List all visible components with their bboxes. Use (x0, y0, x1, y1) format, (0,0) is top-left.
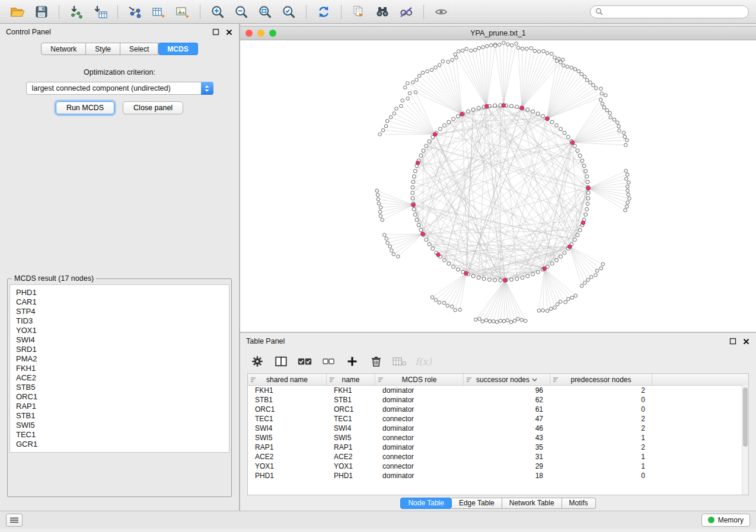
tab-node-table[interactable]: Node Table (400, 498, 452, 509)
float-panel-icon[interactable] (729, 337, 737, 345)
mcds-result-item[interactable]: TEC1 (10, 430, 229, 440)
column-header-predecessor-nodes[interactable]: predecessor nodes (550, 374, 652, 385)
close-panel-icon[interactable] (742, 337, 750, 345)
copy-share-document-icon[interactable] (348, 3, 369, 21)
add-row-icon[interactable] (343, 353, 361, 370)
share-network-icon[interactable] (125, 3, 146, 21)
search-objects-icon[interactable] (372, 3, 393, 21)
dropdown-stepper-icon (201, 82, 213, 95)
float-panel-icon[interactable] (212, 28, 220, 36)
network-canvas[interactable] (240, 40, 756, 332)
mcds-result-item[interactable]: RAP1 (10, 402, 229, 411)
panel-selector-icon[interactable] (6, 514, 23, 527)
table-scrollbar[interactable] (742, 385, 748, 495)
show-columns-icon[interactable] (272, 353, 290, 370)
table-cell: SWI5 (327, 434, 375, 442)
optimization-criterion-select[interactable]: largest connected component (undirected) (26, 82, 213, 95)
table-row[interactable]: ORC1ORC1dominator610 (248, 405, 748, 414)
zoom-fit-icon[interactable] (254, 3, 276, 21)
mcds-result-list[interactable]: PHD1CAR1STP4TID3YOX1SWI4SRD1PMA2FKH1ACE2… (9, 284, 229, 453)
table-row[interactable]: SWI4SWI4dominator462 (248, 424, 748, 433)
mcds-result-item[interactable]: SWI4 (10, 335, 229, 345)
mcds-result-item[interactable]: STB5 (10, 383, 229, 392)
run-mcds-button[interactable]: Run MCDS (56, 101, 114, 114)
mcds-result-item[interactable]: PMA2 (10, 354, 229, 364)
tab-network-table[interactable]: Network Table (502, 498, 562, 509)
table-cell: 2 (550, 415, 652, 423)
mcds-result-item[interactable]: ORC1 (10, 392, 229, 402)
network-graph[interactable] (240, 40, 756, 332)
deselect-all-rows-icon[interactable] (320, 353, 337, 370)
table-cell: YOX1 (327, 462, 375, 470)
control-panel-header: Control Panel (0, 24, 239, 40)
table-cell: 2 (550, 424, 652, 432)
hide-selected-icon[interactable] (395, 3, 417, 21)
search-box[interactable] (590, 5, 749, 18)
table-panel-title: Table Panel (246, 337, 285, 345)
import-table-file-icon[interactable] (90, 3, 111, 21)
tab-style[interactable]: Style (86, 43, 120, 55)
mcds-result-item[interactable]: ACE2 (10, 373, 229, 383)
table-row[interactable]: TEC1TEC1connector472 (248, 414, 748, 424)
mcds-result-item[interactable]: TID3 (10, 316, 229, 326)
memory-button[interactable]: Memory (701, 514, 750, 527)
mcds-result-item[interactable]: SWI5 (10, 421, 229, 430)
table-settings-gear-icon[interactable] (248, 353, 266, 370)
open-folder-icon[interactable] (7, 3, 28, 21)
table-cell: dominator (375, 396, 464, 404)
delete-rows-icon[interactable] (367, 353, 385, 370)
column-header-label: successor nodes (476, 376, 529, 384)
mcds-result-item[interactable]: PHD1 (10, 288, 229, 297)
scrollbar-thumb[interactable] (743, 387, 748, 447)
table-row[interactable]: ACE2ACE2connector311 (248, 452, 748, 462)
column-header-shared-name[interactable]: shared name (248, 374, 327, 385)
table-cell: connector (375, 434, 464, 442)
zoom-in-icon[interactable] (207, 3, 228, 21)
column-header-mcds-role[interactable]: MCDS role (375, 374, 464, 385)
close-mcds-panel-button[interactable]: Close panel (123, 101, 183, 114)
table-row[interactable]: STB1STB1dominator620 (248, 395, 748, 405)
table-cell: 2 (550, 443, 652, 451)
mcds-result-item[interactable]: FKH1 (10, 364, 229, 373)
table-row[interactable]: FKH1FKH1dominator962 (248, 386, 748, 395)
table-row[interactable]: YOX1YOX1connector291 (248, 462, 748, 471)
mcds-result-item[interactable]: SRD1 (10, 345, 229, 354)
select-all-rows-icon[interactable] (296, 353, 314, 370)
network-window-titlebar[interactable]: YPA_prune.txt_1 (240, 26, 756, 40)
column-header-name[interactable]: name (327, 374, 375, 385)
table-cell: 31 (464, 453, 550, 461)
table-panel-header: Table Panel (240, 333, 756, 350)
table-row[interactable]: RAP1RAP1dominator352 (248, 443, 748, 452)
main-area: Control Panel NetworkStyleSelectMCDS Opt… (0, 24, 756, 511)
tab-select[interactable]: Select (120, 43, 158, 55)
tab-edge-table[interactable]: Edge Table (452, 498, 502, 509)
new-network-table-icon[interactable] (148, 3, 170, 21)
search-input[interactable] (606, 7, 744, 17)
memory-indicator-icon (708, 517, 714, 523)
table-row[interactable]: SWI5SWI5connector431 (248, 433, 748, 443)
tab-mcds[interactable]: MCDS (158, 43, 197, 55)
table-row[interactable]: PHD1PHD1dominator180 (248, 471, 748, 480)
import-network-file-icon[interactable] (66, 3, 87, 21)
tab-network[interactable]: Network (41, 43, 86, 55)
zoom-out-icon[interactable] (231, 3, 252, 21)
export-image-icon[interactable] (172, 3, 193, 21)
column-header-successor-nodes[interactable]: successor nodes (464, 374, 550, 385)
table-cell: FKH1 (248, 386, 327, 395)
table-cell: ORC1 (327, 405, 375, 414)
mcds-result-item[interactable]: GCR1 (10, 440, 229, 449)
save-icon[interactable] (31, 3, 52, 21)
refresh-view-icon[interactable] (313, 3, 334, 21)
show-all-icon[interactable] (430, 3, 452, 21)
table-cell: connector (375, 453, 464, 461)
network-window-title: YPA_prune.txt_1 (240, 29, 756, 37)
tab-motifs[interactable]: Motifs (562, 498, 596, 509)
mcds-result-item[interactable]: STB1 (10, 411, 229, 421)
zoom-selected-icon[interactable] (278, 3, 299, 21)
mcds-result-item[interactable]: STP4 (10, 307, 229, 316)
mcds-result-item[interactable]: CAR1 (10, 297, 229, 307)
close-panel-icon[interactable] (225, 28, 233, 36)
toolbar-separator (59, 5, 59, 19)
mcds-result-item[interactable]: YOX1 (10, 326, 229, 335)
table-cell: 96 (464, 386, 550, 395)
